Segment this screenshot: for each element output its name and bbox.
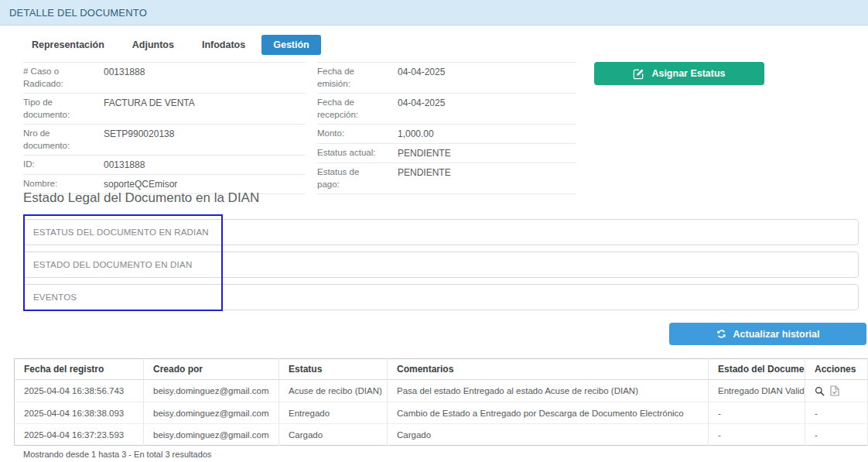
tab-representacion[interactable]: Representación [20, 35, 116, 55]
field-tipo-documento: Tipo de documento: FACTURA DE VENTA [23, 93, 306, 124]
field-caso-radicado: # Caso o Radicado: 00131888 [23, 62, 306, 93]
tab-gestion[interactable]: Gestión [261, 35, 321, 55]
field-fecha-emision: Fecha de emisión: 04-04-2025 [317, 62, 576, 93]
assign-status-button[interactable]: Asignar Estatus [594, 62, 764, 85]
table-row: 2025-04-04 16:38:38.093 beisy.dominguez@… [15, 402, 868, 424]
tab-adjuntos[interactable]: Adjuntos [121, 35, 186, 55]
tab-infodatos[interactable]: Infodatos [190, 35, 257, 55]
field-fecha-recepcion: Fecha de recepción: 04-04-2025 [317, 93, 576, 124]
col-header-fecha: Fecha del registro [15, 359, 144, 380]
document-fields-left: # Caso o Radicado: 00131888 Tipo de docu… [23, 62, 306, 194]
table-row: 2025-04-04 16:37:23.593 beisy.dominguez@… [15, 424, 868, 446]
accordion-estatus-radian[interactable]: ESTATUS DEL DOCUMENTO EN RADIAN [23, 219, 859, 245]
edit-square-icon [633, 68, 644, 80]
table-row: 2025-04-04 16:38:56.743 beisy.dominguez@… [15, 380, 868, 402]
field-estatus-pago: Estatus de pago: PENDIENTE [317, 163, 576, 194]
assign-status-label: Asignar Estatus [651, 68, 725, 79]
tab-bar: Representación Adjuntos Infodatos Gestió… [20, 35, 321, 55]
refresh-icon [716, 329, 726, 339]
col-header-acciones: Acciones [805, 359, 868, 380]
document-fields-mid: Fecha de emisión: 04-04-2025 Fecha de re… [317, 62, 576, 194]
col-header-estatus: Estatus [279, 359, 388, 380]
page-header: DETALLE DEL DOCUMENTO [0, 0, 868, 26]
field-id: ID: 00131888 [23, 155, 306, 174]
refresh-history-button[interactable]: Actualizar historial [669, 323, 866, 345]
field-estatus-actual: Estatus actual: PENDIENTE [317, 143, 576, 163]
file-icon[interactable] [830, 385, 839, 396]
refresh-history-label: Actualizar historial [733, 329, 820, 340]
document-detail-page: DETALLE DEL DOCUMENTO Representación Adj… [0, 0, 868, 462]
section-title: Estado Legal del Documento en la DIAN [23, 190, 259, 206]
field-monto: Monto: 1,000.00 [317, 124, 576, 143]
field-nro-documento: Nro de documento: SETP990020138 [23, 124, 306, 155]
history-table-header-row: Fecha del registro Creado por Estatus Co… [15, 359, 868, 380]
col-header-creado-por: Creado por [144, 359, 279, 380]
accordion-eventos[interactable]: EVENTOS [23, 284, 859, 310]
search-icon[interactable] [815, 386, 825, 396]
col-header-comentarios: Comentarios [388, 359, 709, 380]
col-header-estado-documento: Estado del Documento [709, 359, 805, 380]
results-summary: Mostrando desde 1 hasta 3 - En total 3 r… [23, 450, 211, 459]
page-title: DETALLE DEL DOCUMENTO [9, 7, 147, 19]
accordion-estado-dian[interactable]: ESTADO DEL DOCUMENTO EN DIAN [23, 252, 859, 278]
history-table: Fecha del registro Creado por Estatus Co… [14, 358, 868, 446]
